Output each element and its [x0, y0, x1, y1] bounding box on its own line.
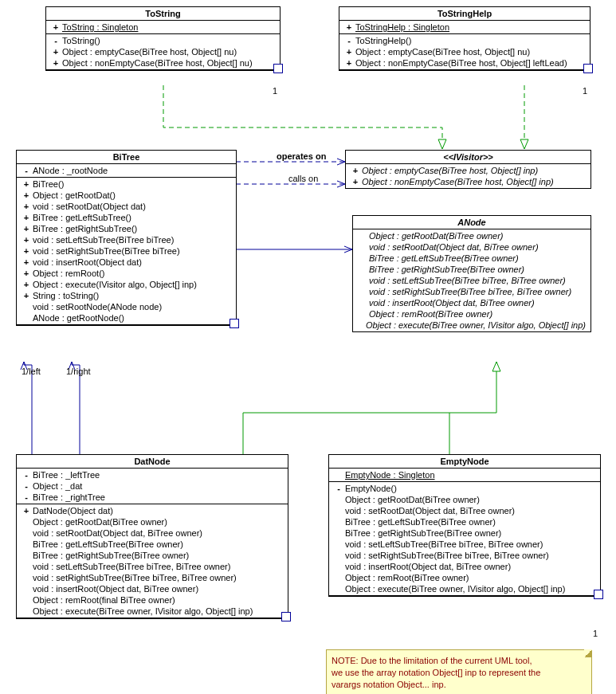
member-row: BiTree : getRightSubTree(BiTree owner)	[332, 527, 597, 539]
member-row: void : setLeftSubTree(BiTree biTree, BiT…	[20, 561, 284, 572]
member-row: void : setLeftSubTree(BiTree biTree, BiT…	[332, 539, 597, 550]
ops: -ToString()+Object : emptyCase(BiTree ho…	[46, 34, 280, 70]
member-row: +Object : emptyCase(BiTree host, Object[…	[343, 46, 587, 57]
member-row: Object : getRootDat(BiTree owner)	[356, 230, 587, 241]
member-row: void : setRootDat(Object dat, BiTree own…	[20, 527, 284, 539]
member-row: BiTree : getRightSubTree(BiTree owner)	[20, 550, 284, 561]
member-row: +void : setRootDat(Object dat)	[20, 201, 233, 212]
member-row: void : insertRoot(Object dat, BiTree own…	[332, 561, 597, 572]
label-calls-on: calls on	[288, 174, 318, 183]
member-row: Object : getRootDat(BiTree owner)	[332, 494, 597, 505]
member-row: BiTree : getLeftSubTree(BiTree owner)	[332, 516, 597, 527]
ops: +DatNode(Object dat)Object : getRootDat(…	[17, 504, 288, 618]
member-row: +BiTree()	[20, 178, 233, 190]
badge-icon	[273, 64, 283, 73]
member-row: +String : toString()	[20, 290, 233, 301]
member-row: +void : setLeftSubTree(BiTree biTree)	[20, 234, 233, 245]
member-row: void : setRootDat(Object dat, BiTree own…	[332, 505, 597, 516]
class-ivisitor: <<IVisitor>> +Object : emptyCase(BiTree …	[345, 150, 591, 189]
member-row: -ToStringHelp()	[343, 35, 587, 46]
member-row: ANode : getRootNode()	[20, 312, 233, 323]
member-row: Object : remRoot(BiTree owner)	[356, 308, 587, 320]
attrs: +ToStringHelp : Singleton	[339, 21, 590, 34]
ops: Object : getRootDat(BiTree owner)void : …	[353, 229, 590, 331]
member-row: BiTree : getLeftSubTree(BiTree owner)	[356, 253, 587, 264]
class-bitree: BiTree -ANode : _rootNode +BiTree()+Obje…	[16, 150, 237, 326]
member-row: -ToString()	[49, 35, 277, 46]
member-row: +Object : remRoot()	[20, 268, 233, 279]
attrs: -ANode : _rootNode	[17, 164, 236, 178]
member-row: void : insertRoot(Object dat, BiTree own…	[20, 583, 284, 594]
member-row: +void : setRightSubTree(BiTree biTree)	[20, 245, 233, 257]
class-tostringhelp: ToStringHelp +ToStringHelp : Singleton -…	[339, 6, 590, 71]
member-row: -Object : _dat	[20, 480, 284, 492]
class-title: EmptyNode	[329, 455, 600, 469]
member-row: +Object : emptyCase(BiTree host, Object[…	[349, 165, 587, 176]
member-row: +Object : nonEmptyCase(BiTree host, Obje…	[343, 57, 587, 69]
member-row: void : setRootNode(ANode node)	[20, 301, 233, 312]
class-title: ToString	[46, 7, 280, 21]
badge-icon	[583, 64, 593, 73]
member-row: -BiTree : _rightTree	[20, 492, 284, 503]
ops: +BiTree()+Object : getRootDat()+void : s…	[17, 178, 236, 325]
class-title: <<IVisitor>>	[443, 152, 493, 162]
member-row: +BiTree : getLeftSubTree()	[20, 212, 233, 223]
attrs: -BiTree : _leftTree-Object : _dat-BiTree…	[17, 469, 288, 504]
member-row: +ToString : Singleton	[49, 22, 277, 33]
member-row: +Object : getRootDat()	[20, 190, 233, 201]
label-operates-on: operates on	[277, 151, 326, 161]
ops: -ToStringHelp()+Object : emptyCase(BiTre…	[339, 34, 590, 70]
class-title: ToStringHelp	[339, 7, 590, 21]
member-row: -ANode : _rootNode	[20, 165, 233, 176]
member-row: Object : remRoot(final BiTree owner)	[20, 594, 284, 606]
member-row: Object : execute(BiTree owner, IVisitor …	[332, 583, 597, 594]
member-row: +Object : nonEmptyCase(BiTree host, Obje…	[349, 176, 587, 187]
member-row: +Object : nonEmptyCase(BiTree host, Obje…	[49, 57, 277, 69]
class-title: BiTree	[17, 151, 236, 164]
note-line: NOTE: Due to the limitation of the curre…	[332, 655, 587, 667]
attrs: EmptyNode : Singleton	[329, 469, 600, 482]
member-row: Object : execute(BiTree owner, IVisitor …	[20, 606, 284, 617]
note-box: NOTE: Due to the limitation of the curre…	[326, 649, 592, 694]
member-row: +void : insertRoot(Object dat)	[20, 257, 233, 268]
member-row: void : setRightSubTree(BiTree biTree, Bi…	[356, 286, 587, 297]
member-row: BiTree : getRightSubTree(BiTree owner)	[356, 264, 587, 275]
note-line: varargs notation Object... inp.	[332, 679, 587, 691]
member-row: void : insertRoot(Object dat, BiTree own…	[356, 297, 587, 308]
member-row: void : setRootDat(Object dat, BiTree own…	[356, 241, 587, 253]
attrs: +ToString : Singleton	[46, 21, 280, 34]
ops: -EmptyNode()Object : getRootDat(BiTree o…	[329, 482, 600, 596]
mult: 1	[583, 86, 587, 96]
member-row: void : setRightSubTree(BiTree biTree, Bi…	[20, 572, 284, 583]
class-tostring: ToString +ToString : Singleton -ToString…	[45, 6, 281, 71]
badge-icon	[230, 319, 239, 328]
member-row: +Object : emptyCase(BiTree host, Object[…	[49, 46, 277, 57]
mult: 1	[593, 629, 598, 638]
member-row: void : setLeftSubTree(BiTree biTree, BiT…	[356, 275, 587, 286]
mult: 1	[273, 86, 277, 96]
class-anode: ANode Object : getRootDat(BiTree owner)v…	[352, 215, 591, 332]
member-row: +Object : execute(IVisitor algo, Object[…	[20, 279, 233, 290]
note-line: we use the array notation Object[] inp t…	[332, 667, 587, 679]
member-row: +ToStringHelp : Singleton	[343, 22, 587, 33]
class-title: DatNode	[17, 455, 288, 469]
badge-icon	[281, 612, 291, 621]
member-row: -BiTree : _leftTree	[20, 469, 284, 480]
class-title: ANode	[457, 218, 485, 227]
member-row: Object : execute(BiTree owner, IVisitor …	[356, 320, 587, 331]
member-row: EmptyNode : Singleton	[332, 469, 597, 480]
member-row: Object : getRootDat(BiTree owner)	[20, 516, 284, 527]
mult-right: 1/right	[66, 367, 91, 376]
ops: +Object : emptyCase(BiTree host, Object[…	[346, 164, 590, 188]
member-row: Object : remRoot(BiTree owner)	[332, 572, 597, 583]
mult-left: 1/left	[22, 367, 41, 376]
member-row: +DatNode(Object dat)	[20, 505, 284, 516]
member-row: +BiTree : getRightSubTree()	[20, 223, 233, 234]
member-row: void : setRightSubTree(BiTree biTree, Bi…	[332, 550, 597, 561]
class-datnode: DatNode -BiTree : _leftTree-Object : _da…	[16, 454, 288, 619]
class-emptynode: EmptyNode EmptyNode : Singleton -EmptyNo…	[328, 454, 601, 597]
badge-icon	[594, 590, 603, 599]
member-row: BiTree : getLeftSubTree(BiTree owner)	[20, 539, 284, 550]
member-row: -EmptyNode()	[332, 483, 597, 494]
